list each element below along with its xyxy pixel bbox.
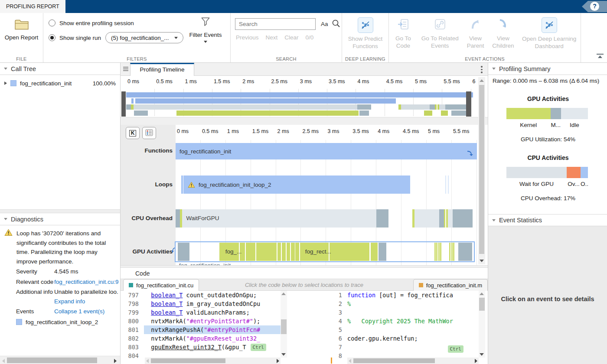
cpu-segment[interactable] xyxy=(448,209,453,228)
scroll-right-icon[interactable] xyxy=(114,359,117,363)
gpu-segment[interactable] xyxy=(178,243,189,261)
code-line[interactable]: 799 boolean_T validLaunchParams; xyxy=(123,308,281,317)
search-clear-button[interactable]: Clear xyxy=(284,34,298,41)
code-line[interactable]: 6coder.gpu.kernelfun; xyxy=(331,334,479,343)
panel-menu-icon[interactable] xyxy=(123,67,128,72)
relevant-code-link[interactable]: fog_rectification_init.cu:9 xyxy=(54,279,118,285)
kernel-markers-button[interactable]: K xyxy=(126,127,140,139)
tab-cu-file[interactable]: fog_rectification_init.cu xyxy=(123,279,199,291)
code-line[interactable]: 1function [out] = fog_rectifica xyxy=(331,291,479,299)
scrollbar-thumb[interactable] xyxy=(479,298,485,311)
view-parent-button[interactable]: View Parent xyxy=(463,13,489,53)
gpu-kernel-bar[interactable] xyxy=(219,243,378,261)
m-hscrollbar[interactable] xyxy=(347,358,479,364)
timeline-kebab-menu[interactable] xyxy=(481,66,483,75)
search-previous-button[interactable]: Previous xyxy=(236,34,259,41)
call-tree-item[interactable]: fog_rectification_init 100.00% xyxy=(0,78,120,89)
scroll-down-icon[interactable] xyxy=(281,353,286,356)
cpu-segment[interactable] xyxy=(453,209,472,228)
tab-profiling-report[interactable]: PROFILING REPORT xyxy=(0,0,65,13)
m-code-editor[interactable]: 1function [out] = fog_rectifica2%34% Cop… xyxy=(331,291,485,364)
cu-code-editor[interactable]: 797 boolean_T count_outdatedOnGpu;798 bo… xyxy=(123,291,287,364)
help-button[interactable]: ? xyxy=(590,2,599,11)
cpu-segment[interactable] xyxy=(439,209,444,228)
radio-show-entire[interactable] xyxy=(49,20,55,26)
scroll-up-icon[interactable] xyxy=(281,292,286,295)
show-predict-functions-button[interactable]: Show Predict Functions xyxy=(342,13,388,53)
code-line[interactable]: 2% xyxy=(331,299,479,308)
collapse-section-icon xyxy=(4,68,7,70)
collapse-toolstrip-button[interactable] xyxy=(597,54,604,59)
scroll-right-icon[interactable] xyxy=(277,359,279,363)
jump-to-event-left-icon[interactable] xyxy=(171,247,175,254)
expand-icon[interactable] xyxy=(4,81,7,85)
cu-vscrollbar[interactable] xyxy=(281,291,287,358)
m-vscrollbar[interactable] xyxy=(479,291,485,358)
scrollbar-thumb[interactable] xyxy=(281,319,287,334)
scrollbar-thumb[interactable] xyxy=(7,358,97,363)
cpu-segment[interactable] xyxy=(376,209,388,228)
profiling-report-app: PROFILING REPORT ? Open Report FILE Show… xyxy=(0,0,607,364)
radio-show-single[interactable] xyxy=(49,34,55,41)
cpu-segment[interactable] xyxy=(414,209,439,228)
collapse-events-link[interactable]: Collapse 1 event(s) xyxy=(54,308,104,315)
scroll-left-icon[interactable] xyxy=(146,359,149,363)
match-case-button[interactable]: Aa xyxy=(321,21,328,27)
cpu-segment[interactable] xyxy=(444,209,445,228)
cpu-segment[interactable] xyxy=(176,209,180,228)
code-line[interactable]: 5 xyxy=(331,325,479,334)
code-line[interactable]: 800 nvtxMarkA("#entryPointStart#"); xyxy=(123,317,281,325)
timeline-vscrollbar[interactable] xyxy=(478,77,485,264)
code-line[interactable]: 797 boolean_T count_outdatedOnGpu; xyxy=(123,291,281,299)
view-children-button[interactable]: View Children xyxy=(488,13,518,53)
gpu-segment[interactable] xyxy=(458,243,472,261)
tab-profiling-timeline[interactable]: Profiling Timeline xyxy=(130,63,194,76)
gpu-segment[interactable] xyxy=(449,243,455,261)
tab-m-file[interactable]: fog_rectification_init.m xyxy=(413,279,488,291)
loops-bar[interactable]: fog_rectification_init_loop_2 xyxy=(183,176,410,194)
go-to-related-events-button[interactable]: Go To Related Events xyxy=(418,13,463,53)
overview-right-handle[interactable] xyxy=(466,91,471,117)
cu-hscrollbar[interactable] xyxy=(145,358,281,364)
jump-to-event-icon[interactable] xyxy=(467,150,473,158)
search-next-button[interactable]: Next xyxy=(266,34,278,41)
left-hscrollbar[interactable] xyxy=(0,356,120,364)
scroll-left-icon[interactable] xyxy=(349,359,351,363)
diagnostics-header[interactable]: Diagnostics xyxy=(0,213,120,225)
loops-sliver[interactable] xyxy=(181,176,183,194)
search-input[interactable] xyxy=(235,18,316,30)
scrollbar-thumb[interactable] xyxy=(353,358,435,363)
filter-events-button[interactable]: Filter Events xyxy=(186,16,225,43)
code-line[interactable]: 798 boolean_T im_gray_outdatedOnCpu xyxy=(123,299,281,308)
panel-splitter[interactable] xyxy=(0,209,120,213)
call-tree-header[interactable]: Call Tree xyxy=(0,63,120,75)
go-to-code-button[interactable]: Go To Code xyxy=(389,13,418,53)
diagnostics-title: Diagnostics xyxy=(11,216,43,223)
code-line[interactable]: 3 xyxy=(331,308,479,317)
scrollbar-thumb[interactable] xyxy=(151,358,225,363)
scroll-right-icon[interactable] xyxy=(475,359,477,363)
overview-left-handle[interactable] xyxy=(121,91,126,117)
search-icon[interactable] xyxy=(332,19,340,29)
cpu-overhead-bar[interactable]: WaitForGPU xyxy=(182,209,376,228)
legend-button[interactable] xyxy=(142,127,156,139)
scroll-up-icon[interactable] xyxy=(480,79,484,82)
profiling-summary-header[interactable]: Profiling Summary xyxy=(488,63,607,75)
scroll-down-icon[interactable] xyxy=(480,353,484,356)
code-line[interactable]: 4% Copyright 2025 The MathWor xyxy=(331,317,479,325)
expand-info-link[interactable]: Expand info xyxy=(54,298,85,305)
scroll-down-icon[interactable] xyxy=(480,260,484,262)
gpu-segment[interactable] xyxy=(434,243,441,261)
open-report-button[interactable]: Open Report xyxy=(0,13,43,53)
event-statistics-header[interactable]: Event Statistics xyxy=(488,214,607,226)
code-line[interactable]: 801 nvtxRangePushA("#entryPointFcn# xyxy=(123,325,281,334)
run-select-dropdown[interactable]: (5) fog_rectification_... xyxy=(105,32,183,43)
scrollbar-thumb[interactable] xyxy=(479,85,484,254)
functions-bar[interactable]: fog_rectification_init xyxy=(176,143,477,159)
open-deep-learning-dashboard-button[interactable]: Open Deep Learning Dashboard xyxy=(518,13,581,53)
code-line[interactable]: 802 nvtxMarkA("#gpuEmxReset_uint32_ xyxy=(123,334,281,343)
diagnostic-event-item[interactable]: fog_rectification_init_loop_2 xyxy=(16,318,118,327)
scroll-up-icon[interactable] xyxy=(480,292,484,295)
gpu-segment[interactable] xyxy=(379,243,387,261)
scroll-left-icon[interactable] xyxy=(2,359,5,363)
